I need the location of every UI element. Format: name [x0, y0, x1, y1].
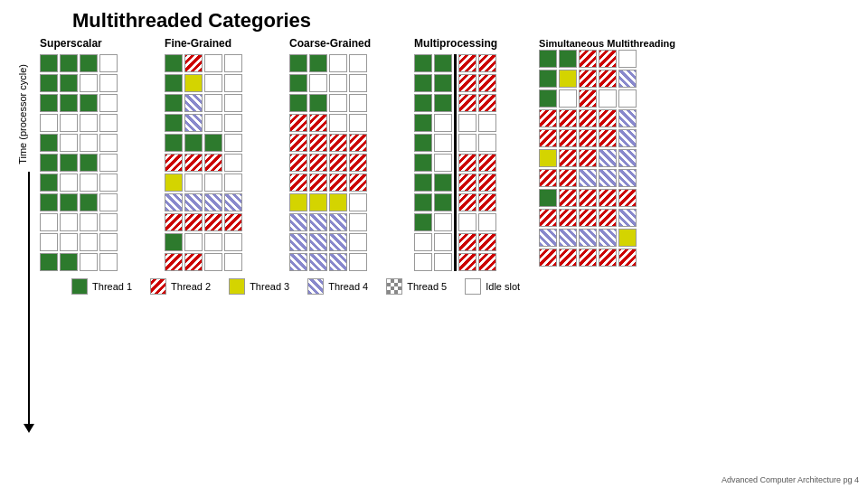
grid-cell: [478, 154, 496, 172]
grid-cell: [478, 253, 496, 271]
grid-cell: [80, 213, 98, 231]
grid-cell: [599, 149, 617, 167]
grid-cell: [599, 70, 617, 88]
grid-cell: [165, 213, 183, 231]
grid-cell: [99, 134, 118, 152]
grid-cell: [458, 74, 476, 92]
grid-cell: [204, 114, 222, 132]
grid-cell: [478, 114, 496, 132]
grid-cell: [414, 193, 432, 211]
grid-cell: [80, 114, 98, 132]
legend-item-thread1: Thread 1: [71, 278, 132, 295]
grid-cell: [224, 213, 242, 231]
grid-cell: [99, 233, 118, 251]
grid-cell: [224, 54, 242, 72]
grid-cell: [599, 50, 617, 68]
cat-title-superscalar: Superscalar: [40, 37, 102, 50]
y-axis-arrow: [28, 172, 30, 426]
grid-cell: [539, 50, 557, 68]
legend: Thread 1Thread 2Thread 3Thread 4Thread 5…: [35, 278, 868, 295]
grid-cell: [40, 54, 58, 72]
grid-cell: [224, 94, 242, 112]
grid-cell: [165, 193, 183, 211]
grid-cell: [478, 94, 496, 112]
grid-smt: [539, 50, 637, 267]
grid-cell: [329, 54, 347, 72]
grid-cell: [349, 114, 367, 132]
grid-cell: [434, 193, 452, 211]
grid-cell: [60, 253, 78, 271]
grid-cell: [80, 233, 98, 251]
grid-coarse-grained: [289, 54, 367, 271]
cat-title-smt: Simultaneous Multithreading: [539, 37, 675, 50]
grid-cell: [60, 213, 78, 231]
grid-cell: [434, 114, 452, 132]
grid-cell: [329, 233, 347, 251]
grid-cell: [184, 114, 203, 132]
content-area: SuperscalarFine-GrainedCoarse-GrainedMul…: [35, 37, 868, 295]
grid-cell: [224, 253, 242, 271]
grid-cell: [349, 233, 367, 251]
grid-cell: [539, 109, 557, 127]
grid-cell: [349, 174, 367, 192]
grid-cell: [309, 114, 327, 132]
legend-item-idle: Idle slot: [465, 278, 520, 295]
grid-cell: [309, 253, 327, 271]
grid-cell: [309, 94, 327, 112]
grid-cell: [99, 213, 118, 231]
grid-cell: [224, 74, 242, 92]
grid-cell: [599, 209, 617, 227]
grid-cell: [434, 154, 452, 172]
legend-item-thread3: Thread 3: [229, 278, 289, 295]
grid-cell: [289, 94, 307, 112]
grid-cell: [60, 193, 78, 211]
grid-cell: [559, 129, 577, 147]
grid-cell: [559, 149, 577, 167]
grid-cell: [478, 174, 496, 192]
grid-cell: [40, 114, 58, 132]
grid-cell: [60, 233, 78, 251]
grid-cell: [618, 249, 637, 267]
legend-label-thread5: Thread 5: [407, 281, 447, 292]
mp-divider: [454, 54, 457, 271]
grid-cell: [80, 193, 98, 211]
grid-cell: [184, 134, 203, 152]
grid-cell: [40, 94, 58, 112]
grid-cell: [329, 253, 347, 271]
grid-cell: [478, 134, 496, 152]
grid-cell: [599, 229, 617, 247]
grid-cell: [99, 174, 118, 192]
grid-cell: [478, 213, 496, 231]
grid-cell: [349, 54, 367, 72]
legend-label-idle: Idle slot: [486, 281, 520, 292]
category-coarse-grained: Coarse-Grained: [289, 37, 407, 271]
grid-cell: [579, 209, 597, 227]
grid-cell: [618, 50, 637, 68]
grid-cell: [458, 94, 476, 112]
grid-cell: [40, 193, 58, 211]
grid-cell: [579, 169, 597, 187]
grid-cell: [414, 134, 432, 152]
grid-cell: [60, 94, 78, 112]
grid-cell: [559, 249, 577, 267]
grid-cell: [289, 74, 307, 92]
grid-cell: [60, 154, 78, 172]
grid-cell: [618, 229, 637, 247]
grid-cell: [204, 253, 222, 271]
grid-cell: [559, 169, 577, 187]
grid-cell: [309, 213, 327, 231]
grid-cell: [434, 54, 452, 72]
grid-cell: [40, 134, 58, 152]
grid-cell: [478, 74, 496, 92]
grid-cell: [618, 70, 637, 88]
grid-cell: [184, 74, 203, 92]
grid-cell: [99, 193, 118, 211]
grid-cell: [599, 89, 617, 108]
legend-box-idle: [465, 278, 481, 295]
mp-container: [414, 54, 496, 271]
grid-cell: [458, 213, 476, 231]
grid-cell: [434, 253, 452, 271]
grid-cell: [289, 114, 307, 132]
grid-superscalar: [40, 54, 118, 271]
grid-cell: [165, 174, 183, 192]
